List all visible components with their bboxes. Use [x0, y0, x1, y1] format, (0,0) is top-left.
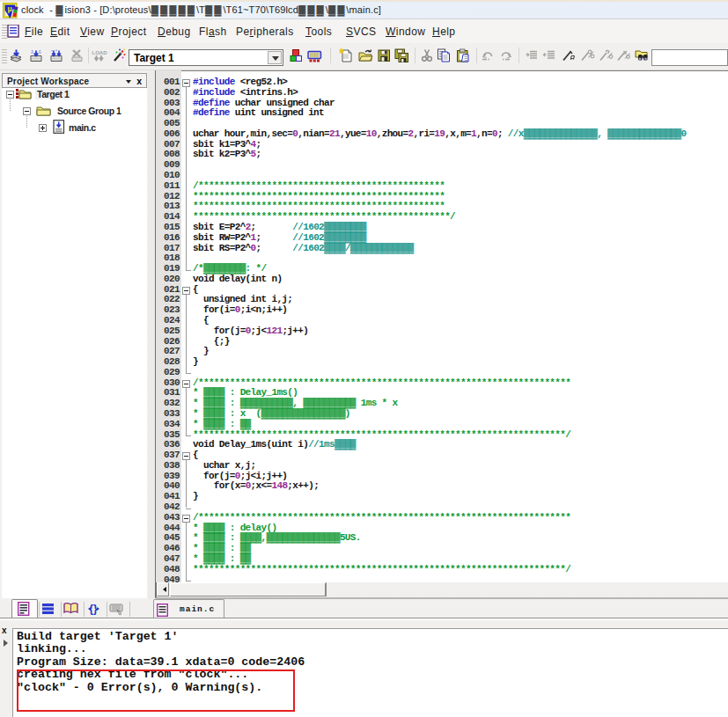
- svg-text:µ: µ: [8, 4, 12, 13]
- svg-text:LOAD: LOAD: [92, 50, 108, 55]
